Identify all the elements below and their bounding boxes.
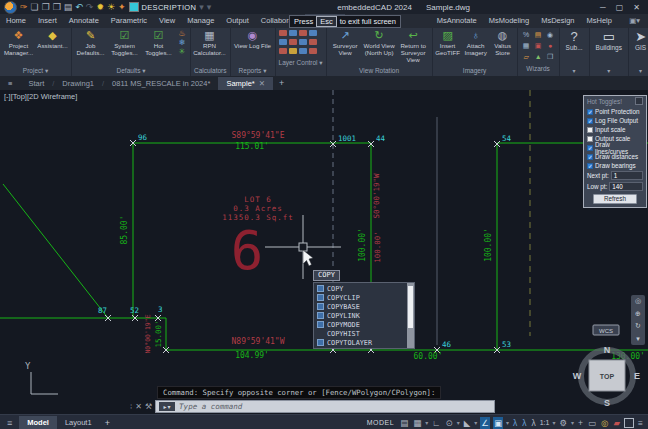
checkbox-icon[interactable]	[587, 127, 593, 133]
job-defaults-button[interactable]: ✎ Job Defaults...	[74, 29, 107, 56]
wizard-tool-icon[interactable]: ❐	[545, 52, 556, 62]
menu-item-copy[interactable]: COPY	[314, 284, 407, 293]
viewcube-south[interactable]: S	[604, 398, 610, 408]
tab-close-icon[interactable]: ✕	[259, 77, 265, 90]
workspace-caret-icon[interactable]: ▾	[571, 419, 574, 426]
project-manager-button[interactable]: ❖ Project Manager...	[2, 29, 35, 56]
osnap-caret-icon[interactable]: ▾	[506, 419, 509, 426]
annotation-monitor-icon[interactable]: +	[577, 417, 584, 429]
return-to-surveyor-view-button[interactable]: ↩ Return to Surveyor View	[397, 29, 430, 63]
sub-caret-icon[interactable]: ▾	[560, 67, 589, 76]
checkbox-icon[interactable]	[587, 109, 593, 115]
snap-caret-icon[interactable]: ▾	[425, 419, 428, 426]
file-tab-start[interactable]: Start	[20, 77, 52, 90]
ortho-icon[interactable]: ∟	[431, 417, 441, 429]
layer-state-icon[interactable]	[299, 48, 307, 54]
model-tab[interactable]: Model	[19, 416, 57, 429]
quick-properties-icon[interactable]: ▭	[587, 417, 597, 429]
close-button[interactable]: ✕	[633, 3, 640, 12]
open-file-icon[interactable]: ❐	[42, 2, 50, 12]
hot-toggles-button[interactable]: ☑ Hot Toggles...	[142, 29, 175, 56]
wizard-tool-icon[interactable]: ▲	[533, 52, 544, 62]
polar-tracking-icon[interactable]: ⊙	[445, 417, 454, 429]
menu-item-copylink[interactable]: COPYLINK	[314, 311, 407, 320]
buildings-caret-icon[interactable]: ▾	[590, 67, 628, 76]
drawing-canvas[interactable]: [-][Top][2D Wireframe]	[0, 90, 648, 414]
layer-state-icon[interactable]	[279, 39, 287, 45]
tab-msmodeling[interactable]: MsModeling	[483, 14, 535, 28]
layout-menu-icon[interactable]: ≡	[0, 418, 19, 428]
zoom-icon[interactable]: ⊕	[635, 310, 641, 318]
next-pt-input[interactable]: 1	[611, 171, 643, 180]
bulb-icon[interactable]: ✹	[96, 2, 104, 12]
wizard-tool-icon[interactable]: ▱	[521, 52, 532, 62]
layer-state-icon[interactable]	[289, 48, 297, 54]
group-label-wizards[interactable]: Wizards	[518, 64, 559, 74]
redo-icon[interactable]: ↷	[86, 2, 94, 12]
graphics-performance-icon[interactable]: ▰	[612, 417, 621, 429]
tab-msannotate[interactable]: MsAnnotate	[431, 14, 483, 28]
osnap-tracking-icon[interactable]: ▣	[493, 417, 503, 429]
valtus-store-button[interactable]: ◍ Valtus Store	[491, 29, 515, 56]
surveyor-view-button[interactable]: ↗ Surveyor View	[329, 29, 362, 56]
navbar-more-icon[interactable]: ▾	[636, 335, 640, 343]
tab-output[interactable]: Output	[220, 14, 255, 28]
refresh-button[interactable]: Refresh	[593, 194, 637, 204]
layer-state-icon[interactable]	[289, 30, 297, 36]
wizard-tool-icon[interactable]: ▣	[533, 41, 544, 51]
assistant-button[interactable]: ◆ Assistant...	[36, 29, 69, 49]
annotation-visibility-icon[interactable]: λ	[512, 417, 518, 429]
undo-icon[interactable]: ↶	[75, 2, 83, 12]
command-close-icon[interactable]: ✕	[135, 401, 142, 413]
sub-dropdown-button[interactable]: ? Sub...	[560, 28, 589, 67]
tab-view[interactable]: View	[153, 14, 181, 28]
annotation-autoscale-icon[interactable]: λ	[521, 417, 527, 429]
polar-caret-icon[interactable]: ▾	[457, 419, 460, 426]
layout1-tab[interactable]: Layout1	[57, 416, 100, 429]
layer-state-icon[interactable]	[279, 48, 287, 54]
plot-icon[interactable]: ▤	[64, 2, 73, 12]
clean-screen-icon[interactable]	[624, 418, 634, 428]
toggle-draw-bearings[interactable]: Draw bearings	[584, 161, 646, 170]
menu-item-copytolayer[interactable]: COPYTOLAYER	[314, 338, 407, 347]
gis-caret-icon[interactable]: ▾	[629, 67, 648, 76]
customization-icon[interactable]: ≡	[637, 417, 644, 429]
layer-state-icon[interactable]	[299, 39, 307, 45]
tab-insert[interactable]: Insert	[32, 14, 63, 28]
lineweight-icon[interactable]: ▤	[399, 417, 409, 429]
annotation-scale-value[interactable]: 1:1	[540, 419, 550, 426]
file-tab-rescale[interactable]: 0811 MS_RESCALE in 2024*	[104, 77, 218, 90]
viewcube[interactable]: TOP N W E S WCS	[573, 325, 640, 408]
description-caret-icon[interactable]: ▾	[199, 2, 204, 12]
ribbon-display-caret-icon[interactable]: ▣▾	[621, 14, 648, 28]
wizard-tool-icon[interactable]: ▦	[521, 41, 532, 51]
group-label-project[interactable]: Project ▾	[0, 66, 71, 76]
annotation-scale-icon[interactable]: λ	[530, 417, 536, 429]
attach-imagery-button[interactable]: ♁ Attach Imagery	[462, 29, 490, 56]
group-label-defaults[interactable]: Defaults ▾	[72, 66, 190, 76]
sun-icon[interactable]: ☀	[107, 2, 115, 12]
group-label-calculators[interactable]: Calculators	[191, 66, 230, 76]
command-prompt-icon[interactable]: ▸▾	[159, 402, 175, 411]
group-label-view-rotation[interactable]: View Rotation	[327, 66, 432, 76]
menu-item-copymode[interactable]: COPYMODE	[314, 320, 407, 329]
orbit-icon[interactable]: ↻	[635, 322, 641, 330]
viewcube-north[interactable]: N	[604, 345, 611, 355]
wizard-tool-icon[interactable]: ◉	[545, 30, 556, 40]
tab-annotate[interactable]: Annotate	[63, 14, 105, 28]
tab-home[interactable]: Home	[0, 14, 32, 28]
stamp-icon[interactable]: ✑	[20, 2, 28, 12]
scale-caret-icon[interactable]: ▾	[552, 419, 555, 426]
description-dropdown[interactable]: DESCRIPTION	[142, 3, 197, 12]
menu-scrollbar[interactable]	[407, 283, 414, 348]
buildings-dropdown-button[interactable]: ▭ Buildings	[590, 28, 628, 67]
tab-mshelp[interactable]: MsHelp	[581, 14, 618, 28]
wizard-tool-icon[interactable]: ▤	[533, 30, 544, 40]
layer-color-swatch[interactable]	[129, 2, 139, 12]
wizard-tool-icon[interactable]: %	[521, 30, 532, 40]
app-logo-icon[interactable]	[4, 1, 17, 14]
viewport-controls-label[interactable]: [-][Top][2D Wireframe]	[4, 92, 77, 101]
checkbox-icon[interactable]	[587, 154, 593, 160]
new-tab-button[interactable]: +	[273, 77, 290, 90]
command-input[interactable]: ▸▾ Type a command	[155, 400, 495, 413]
